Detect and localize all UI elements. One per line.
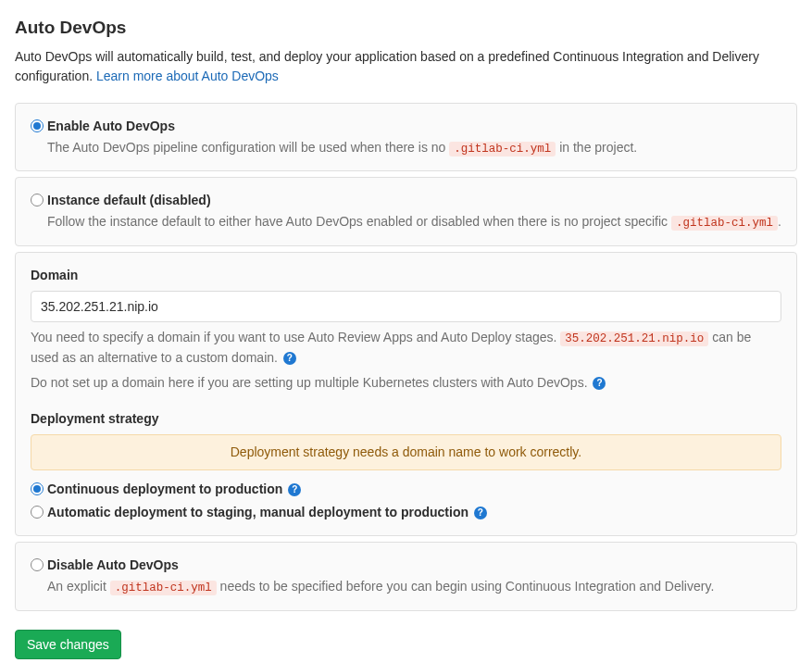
strategy-warning: Deployment strategy needs a domain name … <box>31 434 781 470</box>
domain-help-2: Do not set up a domain here if you are s… <box>31 373 781 393</box>
radio-disable-label[interactable]: Disable Auto DevOps <box>47 556 179 575</box>
radio-instance-default[interactable] <box>31 194 44 206</box>
enable-desc-before: The Auto DevOps pipeline configuration w… <box>47 140 449 155</box>
domain-input[interactable] <box>31 291 781 322</box>
radio-disable-auto-devops[interactable] <box>31 558 44 571</box>
page-title: Auto DevOps <box>15 15 797 42</box>
help-icon[interactable]: ? <box>283 352 296 365</box>
radio-instance-description: Follow the instance default to either ha… <box>47 212 781 232</box>
instance-desc-after: . <box>778 214 781 229</box>
gitlab-ci-yml-code: .gitlab-ci.yml <box>671 216 778 231</box>
domain-help2-text: Do not set up a domain here if you are s… <box>31 375 591 390</box>
domain-label: Domain <box>31 266 781 285</box>
learn-more-link[interactable]: Learn more about Auto DevOps <box>96 69 279 83</box>
radio-staging-manual[interactable] <box>31 506 44 519</box>
radio-enable-label[interactable]: Enable Auto DevOps <box>47 117 175 136</box>
disable-desc-before: An explicit <box>47 579 110 594</box>
panel-domain-strategy: Domain You need to specify a domain if y… <box>15 252 797 536</box>
domain-help-1: You need to specify a domain if you want… <box>31 328 781 368</box>
radio-continuous-label[interactable]: Continuous deployment to production ? <box>47 480 301 499</box>
strategy-label: Deployment strategy <box>31 409 781 429</box>
panel-instance-default: Instance default (disabled) Follow the i… <box>15 177 797 246</box>
disable-desc-after: needs to be specified before you can beg… <box>217 579 715 594</box>
help-icon[interactable]: ? <box>474 507 487 519</box>
panel-disable-auto-devops: Disable Auto DevOps An explicit .gitlab-… <box>15 542 797 611</box>
radio-staging-text: Automatic deployment to staging, manual … <box>47 505 472 519</box>
panel-enable-auto-devops: Enable Auto DevOps The Auto DevOps pipel… <box>15 103 797 172</box>
radio-disable-description: An explicit .gitlab-ci.yml needs to be s… <box>47 577 781 597</box>
page-description: Auto DevOps will automatically build, te… <box>15 47 797 86</box>
domain-help1-before: You need to specify a domain if you want… <box>31 330 560 344</box>
instance-desc-before: Follow the instance default to either ha… <box>47 214 671 229</box>
gitlab-ci-yml-code: .gitlab-ci.yml <box>449 142 556 156</box>
radio-instance-label[interactable]: Instance default (disabled) <box>47 191 211 210</box>
radio-continuous-text: Continuous deployment to production <box>47 482 286 496</box>
domain-suggestion-code: 35.202.251.21.nip.io <box>560 332 708 346</box>
radio-enable-auto-devops[interactable] <box>31 119 44 132</box>
help-icon[interactable]: ? <box>593 377 606 390</box>
enable-desc-after: in the project. <box>556 140 637 155</box>
radio-continuous-deployment[interactable] <box>31 482 44 495</box>
radio-staging-label[interactable]: Automatic deployment to staging, manual … <box>47 503 487 522</box>
radio-enable-description: The Auto DevOps pipeline configuration w… <box>47 138 781 158</box>
save-changes-button[interactable]: Save changes <box>15 630 121 659</box>
help-icon[interactable]: ? <box>288 483 301 496</box>
gitlab-ci-yml-code: .gitlab-ci.yml <box>110 581 217 595</box>
